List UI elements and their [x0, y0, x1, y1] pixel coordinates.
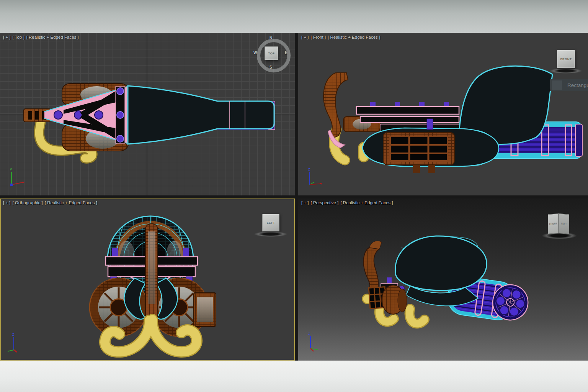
viewcube-left-face[interactable]: LEFT [559, 213, 569, 234]
desktop-backdrop-bottom [0, 361, 588, 392]
viewport-view-menu[interactable]: [ Top ] [13, 35, 24, 39]
viewcube-front-face[interactable]: FRONT [548, 213, 559, 234]
viewport-shading-menu[interactable]: [ Realistic + Edged Faces ] [328, 35, 380, 39]
viewport-shading-menu[interactable]: [ Realistic + Edged Faces ] [26, 35, 79, 39]
viewport-shading-menu[interactable]: [ Realistic + Edged Faces ] [340, 200, 393, 205]
3dsmax-quad-viewport-screenshot: N S W E TOP [ + ] [ Top ] [ Realistic + … [0, 0, 588, 392]
model-front-view[interactable] [298, 33, 588, 195]
compass-north-label[interactable]: N [270, 36, 272, 40]
viewport-view-menu[interactable]: [ Perspective ] [311, 200, 339, 205]
svg-text:z: z [308, 331, 310, 336]
viewport-menu-button[interactable]: [ + ] [3, 200, 11, 205]
viewcube-compass[interactable]: N S W E TOP [256, 38, 286, 68]
svg-text:z: z [308, 167, 310, 171]
viewcube-left-face[interactable]: LEFT [262, 214, 279, 231]
tooltip-icon [552, 80, 562, 90]
viewport-perspective[interactable]: FRONT LEFT [ + ] [ Perspective ] [ Reali… [298, 198, 588, 361]
model-top-view[interactable] [0, 33, 295, 195]
viewcube-top-face[interactable]: TOP [265, 46, 278, 60]
viewport-label: [ + ] [ Front ] [ Realistic + Edged Face… [301, 35, 380, 39]
viewport-view-menu[interactable]: [ Orthographic ] [13, 200, 43, 205]
viewport-menu-button[interactable]: [ + ] [3, 35, 11, 39]
viewport-label: [ + ] [ Perspective ] [ Realistic + Edge… [301, 200, 393, 205]
viewport-front[interactable]: FRONT Rectangular [ + ] [ Front ] [ Real… [298, 33, 588, 195]
viewcube-ring-icon [254, 231, 287, 237]
compass-east-label[interactable]: E [285, 51, 287, 55]
viewport-menu-button[interactable]: [ + ] [301, 35, 309, 39]
viewcube-front-face[interactable]: FRONT [557, 50, 575, 68]
selection-mode-tooltip: Rectangular [550, 79, 588, 91]
model-orthographic-view[interactable] [0, 198, 295, 361]
viewcube-perspective[interactable]: FRONT LEFT [548, 214, 569, 234]
world-axis-tripod-icon: z [305, 331, 330, 354]
compass-west-label[interactable]: W [253, 51, 257, 55]
desktop-backdrop-top [0, 0, 588, 33]
model-perspective-view[interactable] [298, 198, 588, 361]
viewport-label: [ + ] [ Top ] [ Realistic + Edged Faces … [3, 35, 79, 39]
world-axis-tripod-icon: z [7, 331, 31, 354]
viewport-area: N S W E TOP [ + ] [ Top ] [ Realistic + … [0, 33, 588, 361]
viewport-shading-menu[interactable]: [ Realistic + Edged Faces ] [45, 200, 97, 205]
viewcube-ring-icon [549, 68, 582, 74]
viewport-view-menu[interactable]: [ Front ] [311, 35, 326, 39]
svg-text:z: z [12, 332, 14, 336]
world-axis-tripod-icon: z [305, 166, 330, 189]
viewport-orthographic[interactable]: LEFT [ + ] [ Orthographic ] [ Realistic … [0, 198, 295, 361]
viewport-menu-button[interactable]: [ + ] [301, 200, 309, 205]
world-axis-tripod-icon: y [7, 166, 31, 189]
svg-text:y: y [10, 167, 12, 171]
viewport-label: [ + ] [ Orthographic ] [ Realistic + Edg… [3, 200, 97, 205]
viewport-top[interactable]: N S W E TOP [ + ] [ Top ] [ Realistic + … [0, 33, 295, 195]
compass-south-label[interactable]: S [270, 65, 272, 69]
